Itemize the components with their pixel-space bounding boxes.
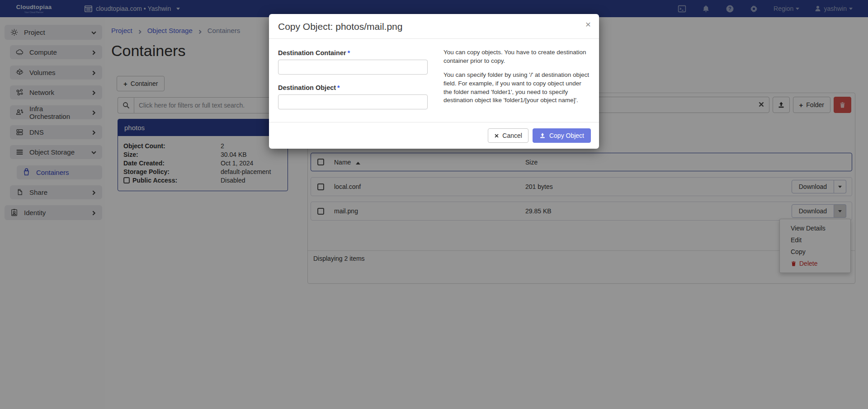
copy-object-label: Copy Object [549, 132, 584, 139]
modal-help-text: You can copy objects. You have to create… [443, 47, 590, 117]
required-marker: * [348, 49, 350, 56]
modal-footer: Cancel Copy Object [269, 122, 599, 149]
destination-container-label: Destination Container* [278, 49, 432, 56]
destination-container-input[interactable] [278, 60, 428, 75]
copy-object-modal: Copy Object: photos/mail.png × Destinati… [269, 14, 599, 149]
modal-header: Copy Object: photos/mail.png × [269, 14, 599, 39]
help-paragraph: You can specify folder by using '/' at d… [443, 71, 590, 105]
copy-object-button[interactable]: Copy Object [533, 128, 591, 143]
required-marker: * [337, 84, 340, 91]
x-icon [494, 133, 499, 138]
destination-object-label: Destination Object* [278, 84, 432, 91]
cancel-label: Cancel [502, 132, 522, 139]
help-paragraph: You can copy objects. You have to create… [443, 48, 590, 66]
modal-title: Copy Object: photos/mail.png [278, 21, 590, 32]
field-label-text: Destination Object [278, 84, 336, 91]
cancel-button[interactable]: Cancel [488, 128, 528, 143]
upload-icon [539, 132, 546, 139]
field-label-text: Destination Container [278, 49, 346, 56]
modal-body: Destination Container* Destination Objec… [269, 39, 599, 122]
app: Cloudtopiaa Your Cloud Partner cloudtopi… [0, 0, 868, 409]
destination-object-input[interactable] [278, 94, 428, 109]
modal-form: Destination Container* Destination Objec… [278, 47, 432, 117]
close-icon[interactable]: × [585, 19, 591, 29]
